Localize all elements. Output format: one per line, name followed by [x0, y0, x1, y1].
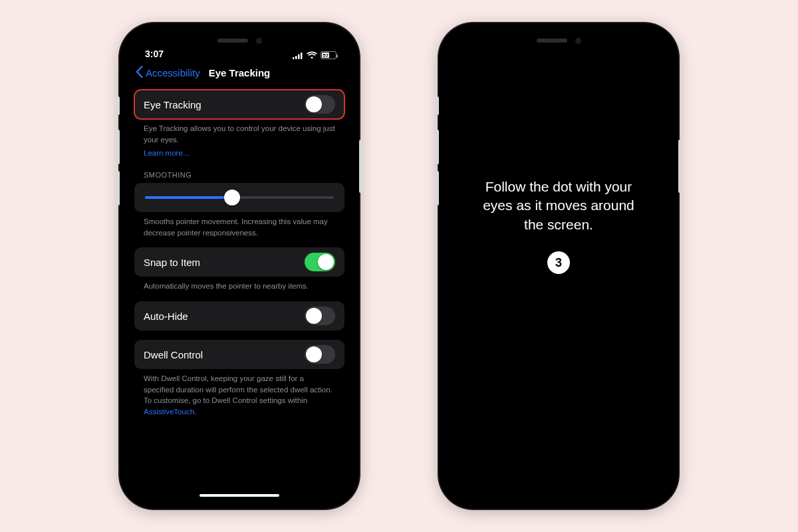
smoothing-section-label: SMOOTHING [134, 159, 344, 183]
auto-hide-label: Auto-Hide [144, 311, 188, 322]
status-time: 3:07 [145, 49, 164, 59]
battery-level: 57 [322, 53, 329, 58]
volume-up-button[interactable] [116, 130, 120, 164]
mute-switch[interactable] [436, 96, 439, 115]
chevron-left-icon [136, 66, 143, 80]
dwell-control-row[interactable]: Dwell Control [134, 340, 344, 369]
smoothing-slider[interactable] [145, 196, 334, 199]
assistivetouch-link[interactable]: AssistiveTouch [144, 408, 194, 416]
snap-to-item-label: Snap to Item [144, 257, 200, 268]
notch [190, 31, 289, 50]
dwell-control-caption: With Dwell Control, keeping your gaze st… [134, 369, 344, 418]
snap-to-item-toggle[interactable] [305, 253, 335, 271]
power-button[interactable] [678, 140, 682, 193]
page-title: Eye Tracking [209, 67, 271, 78]
nav-header: Accessibility Eye Tracking [128, 59, 351, 86]
phone-calibration: Follow the dot with your eyes as it move… [439, 23, 678, 509]
calibration-countdown: 3 [547, 251, 570, 274]
svg-rect-1 [295, 56, 297, 59]
dwell-control-label: Dwell Control [144, 349, 203, 360]
auto-hide-toggle[interactable] [305, 307, 335, 325]
wifi-icon [307, 51, 317, 59]
snap-to-item-row[interactable]: Snap to Item [134, 247, 344, 277]
mute-switch[interactable] [116, 96, 120, 115]
volume-up-button[interactable] [436, 130, 439, 164]
smoothing-caption: Smooths pointer movement. Increasing thi… [134, 212, 344, 238]
calibration-message: Follow the dot with your eyes as it move… [472, 178, 645, 234]
eye-tracking-row[interactable]: Eye Tracking [134, 90, 344, 119]
back-button[interactable]: Accessibility [136, 59, 200, 86]
battery-icon: 57 [321, 51, 336, 59]
phone-settings: 3:07 57 Accessibility Eye T [120, 23, 359, 509]
calibration-screen: Follow the dot with your eyes as it move… [447, 31, 670, 501]
svg-rect-2 [298, 54, 300, 59]
smoothing-slider-row[interactable] [134, 183, 344, 212]
notch [509, 31, 608, 50]
power-button[interactable] [359, 140, 362, 193]
dwell-control-toggle[interactable] [305, 345, 335, 364]
cellular-icon [293, 52, 303, 59]
eye-tracking-toggle[interactable] [305, 95, 335, 114]
eye-tracking-label: Eye Tracking [144, 99, 201, 110]
auto-hide-row[interactable]: Auto-Hide [134, 301, 344, 331]
volume-down-button[interactable] [436, 171, 439, 205]
back-label: Accessibility [146, 67, 200, 78]
learn-more-link[interactable]: Learn more… [144, 149, 190, 157]
home-indicator[interactable] [200, 494, 279, 497]
volume-down-button[interactable] [116, 171, 120, 205]
svg-rect-3 [301, 53, 303, 59]
snap-to-item-caption: Automatically moves the pointer to nearb… [134, 277, 344, 292]
slider-knob-icon[interactable] [224, 190, 240, 205]
eye-tracking-caption: Eye Tracking allows you to control your … [134, 119, 344, 145]
